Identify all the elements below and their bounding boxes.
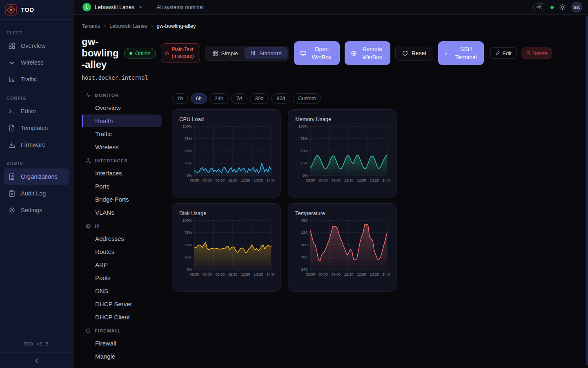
svg-text:0%: 0% bbox=[187, 267, 192, 272]
subnav-item-routes[interactable]: Routes bbox=[82, 245, 162, 258]
subnav-item-dhcp-server[interactable]: DHCP Server bbox=[82, 298, 162, 310]
subnav-section-monitor: MONITOR bbox=[82, 88, 170, 101]
subnav-item-mangle[interactable]: Mangle bbox=[82, 350, 162, 363]
sidebar-collapse-button[interactable] bbox=[0, 352, 73, 368]
app-name: TOD bbox=[21, 6, 34, 13]
svg-text:09:00: 09:00 bbox=[331, 272, 341, 276]
terminal-icon bbox=[8, 108, 16, 115]
view-toggle-simple[interactable]: Simple bbox=[207, 47, 244, 59]
remote-winbox-button[interactable]: Remote WinBox bbox=[345, 41, 390, 65]
time-range-1h[interactable]: 1h bbox=[172, 93, 188, 104]
time-range-custom[interactable]: Custom bbox=[293, 93, 321, 104]
building-icon bbox=[8, 173, 16, 180]
sidebar-section-config: CONFIG bbox=[7, 96, 67, 101]
tenant-avatar: L bbox=[82, 3, 91, 11]
shield-icon bbox=[85, 328, 91, 334]
view-toggle-standard[interactable]: Standard bbox=[245, 47, 287, 59]
user-avatar[interactable]: SA bbox=[571, 2, 582, 13]
breadcrumb-tenants[interactable]: Tenants bbox=[82, 23, 100, 29]
sliders-icon bbox=[250, 50, 256, 56]
edit-button[interactable]: Edit bbox=[490, 47, 516, 59]
pencil-icon bbox=[495, 51, 500, 56]
sidebar-item-overview[interactable]: Overview bbox=[4, 38, 69, 54]
svg-text:08:00: 08:00 bbox=[190, 178, 199, 182]
subnav-item-traffic[interactable]: Traffic bbox=[82, 128, 162, 140]
sidebar-item-organizations[interactable]: Organizations bbox=[4, 168, 69, 185]
subnav-item-overview[interactable]: Overview bbox=[82, 101, 162, 114]
sidebar-item-settings[interactable]: Settings bbox=[4, 202, 69, 218]
subnav-item-firewall[interactable]: Firewall bbox=[82, 337, 162, 350]
subnav-item-wireless[interactable]: Wireless bbox=[82, 141, 162, 153]
sidebar-item-traffic[interactable]: Traffic bbox=[4, 71, 69, 88]
svg-text:08:00: 08:00 bbox=[306, 272, 315, 276]
time-range-30d[interactable]: 30d bbox=[250, 93, 269, 104]
tenant-selector[interactable]: L Lebowski Lanes bbox=[82, 3, 143, 11]
svg-text:75%: 75% bbox=[185, 137, 192, 141]
subnav-item-addresses[interactable]: Addresses bbox=[82, 232, 162, 245]
time-range-90d[interactable]: 90d bbox=[271, 93, 290, 104]
subnav-item-arp[interactable]: ARP bbox=[82, 258, 162, 271]
subnav-item-bridge-ports[interactable]: Bridge Ports bbox=[82, 193, 162, 206]
svg-text:0%: 0% bbox=[187, 173, 192, 177]
app-logo-icon bbox=[5, 4, 17, 16]
sidebar-nav: FLEETOverviewWirelessTrafficCONFIGEditor… bbox=[0, 20, 73, 221]
svg-text:25%: 25% bbox=[185, 255, 192, 259]
view-toggle-label: Simple bbox=[221, 50, 238, 56]
delete-button[interactable]: Delete bbox=[521, 47, 552, 59]
reset-button[interactable]: Reset bbox=[395, 46, 434, 61]
sidebar-section-admin: ADMIN bbox=[7, 161, 67, 166]
chart-title: CPU Load bbox=[179, 116, 274, 122]
sidebar-item-wireless[interactable]: Wireless bbox=[4, 54, 69, 71]
subnav-section-label: IP bbox=[95, 224, 100, 229]
sidebar-item-editor[interactable]: Editor bbox=[4, 103, 69, 119]
time-range-7d[interactable]: 7d bbox=[231, 93, 247, 104]
command-palette-shortcut[interactable]: ⌘K bbox=[533, 3, 545, 11]
globe-icon bbox=[85, 223, 91, 229]
ssh-terminal-button[interactable]: SSH Terminal bbox=[438, 41, 484, 65]
subnav-item-ports[interactable]: Ports bbox=[82, 180, 162, 193]
clipboard-icon bbox=[8, 190, 16, 197]
sidebar-item-audit-log[interactable]: Audit Log bbox=[4, 185, 69, 202]
svg-text:42C: 42C bbox=[301, 231, 308, 235]
subnav-item-health[interactable]: Health bbox=[82, 114, 162, 127]
time-range-24h[interactable]: 24h bbox=[209, 93, 229, 104]
chart-title: Temperature bbox=[295, 210, 390, 216]
grid-icon bbox=[212, 50, 218, 56]
sidebar-item-firmware[interactable]: Firmware bbox=[4, 137, 69, 153]
svg-text:30C: 30C bbox=[301, 255, 308, 259]
svg-text:09:00: 09:00 bbox=[215, 178, 225, 182]
sidebar-item-templates[interactable]: Templates bbox=[4, 120, 69, 136]
subnav-section-label: INTERFACES bbox=[95, 158, 128, 163]
breadcrumb: Tenants›Lebowski Lanes›gw-bowling-alley bbox=[82, 23, 588, 29]
tenant-name: Lebowski Lanes bbox=[95, 4, 134, 10]
svg-text:100%: 100% bbox=[298, 124, 308, 128]
svg-text:0%: 0% bbox=[303, 173, 308, 177]
subnav-item-dhcp-client[interactable]: DHCP Client bbox=[82, 311, 162, 323]
subnav-item-vlans[interactable]: VLANs bbox=[82, 206, 162, 219]
trash-icon bbox=[526, 51, 531, 56]
time-range-6h[interactable]: 6h bbox=[191, 93, 207, 104]
svg-text:12:50: 12:50 bbox=[241, 272, 250, 276]
sun-icon[interactable] bbox=[559, 4, 566, 11]
page-scrollbar[interactable] bbox=[586, 16, 588, 366]
network-icon bbox=[85, 158, 91, 164]
svg-text:08:00: 08:00 bbox=[190, 272, 199, 276]
online-status-badge: Online bbox=[124, 48, 156, 58]
subnav-item-dns[interactable]: DNS bbox=[82, 285, 162, 297]
open-winbox-button[interactable]: Open WinBox bbox=[294, 41, 340, 65]
breadcrumb-lebowski-lanes[interactable]: Lebowski Lanes bbox=[109, 23, 147, 29]
svg-text:25%: 25% bbox=[301, 161, 308, 165]
sidebar-footer: TOD v9.5 bbox=[0, 337, 73, 368]
svg-text:12:20: 12:20 bbox=[344, 178, 354, 182]
svg-text:12:50: 12:50 bbox=[241, 178, 250, 182]
app-version: TOD v9.5 bbox=[0, 337, 73, 352]
system-status-text: All systems nominal bbox=[157, 4, 204, 10]
subnav-item-pools[interactable]: Pools bbox=[82, 272, 162, 284]
sidebar-item-label: Templates bbox=[21, 125, 48, 131]
breadcrumb-separator: › bbox=[104, 23, 106, 29]
subnav-item-interfaces[interactable]: Interfaces bbox=[82, 167, 162, 180]
device-subnav: MONITOROverviewHealthTrafficWirelessINTE… bbox=[82, 87, 170, 363]
health-status-dot bbox=[550, 6, 554, 9]
sidebar-item-label: Editor bbox=[21, 108, 36, 114]
chart-plot: 100%75%50%25%0%08:0008:3009:0012:2012:50… bbox=[294, 123, 390, 192]
